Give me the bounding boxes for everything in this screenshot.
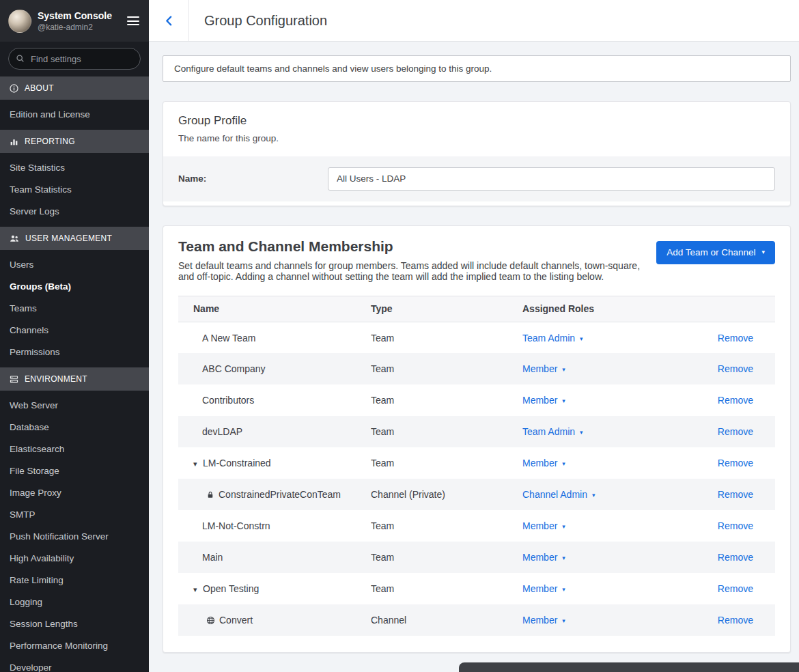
remove-link[interactable]: Remove	[718, 458, 753, 468]
row-name: Open Testing	[203, 583, 259, 594]
remove-link[interactable]: Remove	[718, 552, 753, 563]
membership-table: NameTypeAssigned Roles A New TeamTeamTea…	[178, 296, 775, 636]
table-row: devLDAPTeamTeam Admin▾Remove	[178, 416, 775, 447]
row-name-cell: Convert	[178, 604, 371, 636]
topbar: Group Configuration	[149, 0, 799, 42]
sidebar-search	[0, 42, 149, 76]
table-header-row: NameTypeAssigned Roles	[178, 296, 775, 322]
row-role-cell: Member▾	[522, 384, 666, 416]
sidebar-item-rate-limiting[interactable]: Rate Limiting	[0, 570, 149, 591]
row-name: ConstrainedPrivateConTeam	[219, 489, 341, 500]
caret-down-icon: ▾	[562, 555, 565, 561]
membership-title: Team and Channel Membership	[178, 238, 643, 255]
globe-icon	[206, 615, 215, 626]
add-team-channel-label: Add Team or Channel	[667, 247, 755, 257]
role-dropdown[interactable]: Member▾	[522, 583, 565, 594]
caret-down-icon: ▾	[562, 366, 565, 373]
row-remove-cell: Remove	[666, 322, 775, 353]
collapse-toggle-icon[interactable]: ▾	[193, 585, 203, 594]
menu-icon[interactable]	[126, 12, 141, 31]
sidebar-group-about: Edition and License	[0, 100, 149, 130]
row-type: Team	[371, 573, 522, 604]
table-row: ▾Open TestingTeamMember▾Remove	[178, 573, 775, 604]
row-remove-cell: Remove	[666, 416, 775, 447]
sidebar-item-edition-and-license[interactable]: Edition and License	[0, 104, 149, 126]
sidebar-section-about: ABOUT	[0, 76, 149, 100]
remove-link[interactable]: Remove	[718, 333, 753, 344]
sidebar-item-team-statistics[interactable]: Team Statistics	[0, 179, 149, 201]
role-dropdown[interactable]: Member▾	[522, 615, 565, 626]
sidebar-item-session-lengths[interactable]: Session Lengths	[0, 613, 149, 635]
row-name-cell: Main	[178, 542, 371, 573]
role-dropdown[interactable]: Member▾	[522, 552, 565, 563]
sidebar-item-server-logs[interactable]: Server Logs	[0, 201, 149, 223]
row-remove-cell: Remove	[666, 479, 775, 510]
remove-link[interactable]: Remove	[718, 363, 753, 374]
sidebar-item-performance-monitoring[interactable]: Performance Monitoring	[0, 635, 149, 657]
chevron-left-icon	[163, 15, 175, 27]
role-dropdown[interactable]: Member▾	[522, 363, 565, 374]
content: Configure default teams and channels and…	[149, 42, 799, 672]
sidebar-item-channels[interactable]: Channels	[0, 320, 149, 341]
row-type: Team	[371, 322, 522, 353]
sidebar-item-web-server[interactable]: Web Server	[0, 395, 149, 417]
role-dropdown[interactable]: Member▾	[522, 520, 565, 531]
group-profile-card: Group Profile The name for this group. N…	[163, 101, 791, 206]
sidebar-item-users[interactable]: Users	[0, 254, 149, 276]
remove-link[interactable]: Remove	[718, 583, 753, 594]
row-remove-cell: Remove	[666, 510, 775, 542]
row-type: Team	[371, 384, 522, 416]
table-row: ▾LM-ConstrainedTeamMember▾Remove	[178, 447, 775, 479]
collapse-toggle-icon[interactable]: ▾	[193, 460, 203, 468]
row-remove-cell: Remove	[666, 573, 775, 604]
row-type: Channel	[371, 604, 522, 636]
sidebar-item-high-availability[interactable]: High Availability	[0, 548, 149, 570]
sidebar-item-push-notification-server[interactable]: Push Notification Server	[0, 526, 149, 548]
sidebar-item-image-proxy[interactable]: Image Proxy	[0, 482, 149, 504]
sidebar-item-permissions[interactable]: Permissions	[0, 341, 149, 363]
group-name-input[interactable]	[328, 167, 775, 191]
avatar[interactable]	[8, 10, 31, 33]
table-row: MainTeamMember▾Remove	[178, 542, 775, 573]
row-type: Team	[371, 416, 522, 447]
remove-link[interactable]: Remove	[718, 615, 753, 626]
sidebar-item-logging[interactable]: Logging	[0, 591, 149, 613]
column-header-name: Name	[178, 296, 371, 322]
role-dropdown[interactable]: Team Admin▾	[522, 333, 583, 344]
group-profile-header: Group Profile The name for this group.	[163, 102, 790, 156]
add-team-channel-button[interactable]: Add Team or Channel ▾	[656, 241, 775, 264]
remove-link[interactable]: Remove	[718, 489, 753, 500]
table-row: LM-Not-ConstrnTeamMember▾Remove	[178, 510, 775, 542]
caret-down-icon: ▾	[562, 460, 565, 467]
search-icon	[16, 54, 25, 63]
remove-link[interactable]: Remove	[718, 395, 753, 406]
sidebar-item-file-storage[interactable]: File Storage	[0, 460, 149, 482]
sidebar-item-groups-beta[interactable]: Groups (Beta)	[0, 276, 149, 298]
role-dropdown[interactable]: Member▾	[522, 458, 565, 468]
sidebar-item-smtp[interactable]: SMTP	[0, 504, 149, 526]
remove-link[interactable]: Remove	[718, 520, 753, 531]
row-role-cell: Team Admin▾	[522, 322, 666, 353]
back-button[interactable]	[149, 0, 189, 41]
row-name-cell: A New Team	[178, 322, 371, 353]
remove-link[interactable]: Remove	[718, 426, 753, 437]
caret-down-icon: ▾	[562, 523, 565, 530]
sidebar-item-database[interactable]: Database	[0, 417, 149, 438]
search-input[interactable]	[8, 48, 141, 70]
role-dropdown[interactable]: Channel Admin▾	[522, 489, 595, 500]
role-dropdown[interactable]: Member▾	[522, 395, 565, 406]
row-name: A New Team	[202, 333, 255, 344]
lock-icon	[206, 489, 214, 500]
row-remove-cell: Remove	[666, 542, 775, 573]
sidebar: System Console @katie-admin2 ABOUTEditio…	[0, 0, 149, 672]
row-role-cell: Member▾	[522, 604, 666, 636]
sidebar-item-teams[interactable]: Teams	[0, 298, 149, 320]
table-row: ContributorsTeamMember▾Remove	[178, 384, 775, 416]
role-dropdown[interactable]: Team Admin▾	[522, 426, 583, 437]
row-remove-cell: Remove	[666, 353, 775, 384]
footer-bar	[459, 662, 799, 672]
sidebar-item-elasticsearch[interactable]: Elasticsearch	[0, 438, 149, 460]
sidebar-item-developer[interactable]: Developer	[0, 657, 149, 672]
sidebar-item-site-statistics[interactable]: Site Statistics	[0, 157, 149, 179]
group-name-row: Name:	[163, 156, 790, 201]
